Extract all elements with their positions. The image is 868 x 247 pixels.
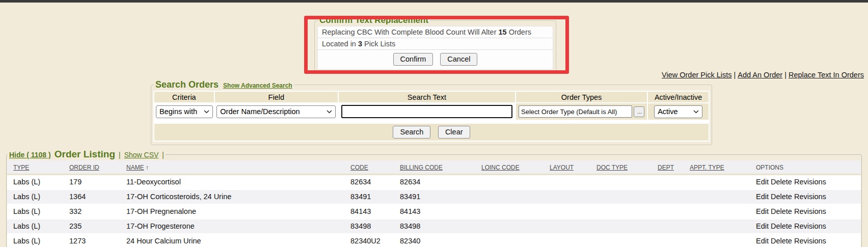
confirm-message-line-1: Replacing CBC With Complete Blood Count … xyxy=(318,26,553,38)
search-text-header: Search Text xyxy=(339,92,515,102)
code-cell: 82634 xyxy=(344,175,394,190)
sort-appt-type-header[interactable]: APPT. TYPE xyxy=(690,164,724,171)
loinc-code-cell xyxy=(475,204,544,219)
delete-link[interactable]: Delete xyxy=(771,237,792,245)
billing-code-cell: 82340 xyxy=(394,234,475,247)
billing-code-cell: 83498 xyxy=(394,219,475,234)
clear-button[interactable]: Clear xyxy=(438,126,470,139)
search-orders-legend: Search Orders Show Advanced Search xyxy=(154,79,294,90)
replace-text-in-orders-link[interactable]: Replace Text In Orders xyxy=(789,71,864,79)
dept-cell xyxy=(652,175,684,190)
sort-layout-header[interactable]: LAYOUT xyxy=(550,164,574,171)
doc-type-cell xyxy=(590,204,652,219)
order-type-input[interactable] xyxy=(519,105,632,118)
loinc-code-cell xyxy=(475,189,544,204)
sort-doc-type-header[interactable]: DOC TYPE xyxy=(596,164,628,171)
layout-cell xyxy=(544,204,590,219)
sort-name-header[interactable]: NAME xyxy=(126,164,144,171)
table-row: Labs (L) 179 11-Deoxycortisol 82634 8263… xyxy=(7,175,861,190)
options-cell: EditDeleteRevisions xyxy=(750,234,861,247)
revisions-link[interactable]: Revisions xyxy=(794,178,826,186)
table-row: Labs (L) 235 17-OH Progesterone 83498 83… xyxy=(7,219,861,234)
order-type-cell: Labs (L) xyxy=(7,189,63,204)
confirm-dialog: Confirm Text Replacement Replacing CBC W… xyxy=(314,15,556,73)
delete-link[interactable]: Delete xyxy=(771,193,792,201)
show-csv-link[interactable]: Show CSV xyxy=(124,151,159,159)
search-text-input[interactable] xyxy=(341,105,513,118)
edit-link[interactable]: Edit xyxy=(756,193,769,201)
dept-cell xyxy=(652,219,684,234)
delete-link[interactable]: Delete xyxy=(771,222,792,230)
browse-order-types-button[interactable]: ... xyxy=(634,106,644,117)
edit-link[interactable]: Edit xyxy=(756,237,769,245)
add-an-order-link[interactable]: Add An Order xyxy=(738,71,782,79)
options-cell: EditDeleteRevisions xyxy=(750,219,861,234)
sort-type-header[interactable]: TYPE xyxy=(13,164,29,171)
criteria-header: Criteria xyxy=(154,92,214,102)
delete-link[interactable]: Delete xyxy=(771,207,792,215)
revisions-link[interactable]: Revisions xyxy=(794,237,826,245)
options-cell: EditDeleteRevisions xyxy=(750,175,861,190)
code-cell: 82340U2 xyxy=(344,234,394,247)
order-listing-title: Order Listing xyxy=(55,149,115,160)
cancel-button[interactable]: Cancel xyxy=(440,53,477,66)
edit-link[interactable]: Edit xyxy=(756,207,769,215)
revisions-link[interactable]: Revisions xyxy=(794,193,826,201)
located-message-text: Located in xyxy=(322,40,356,48)
link-separator: | xyxy=(784,71,786,79)
confirm-dialog-body: Replacing CBC With Complete Blood Count … xyxy=(317,26,553,70)
revisions-link[interactable]: Revisions xyxy=(794,222,826,230)
sort-order-id-header[interactable]: ORDER ID xyxy=(69,164,99,171)
edit-link[interactable]: Edit xyxy=(756,178,769,186)
search-orders-panel: Search Orders Show Advanced Search Crite… xyxy=(151,79,712,145)
dept-cell xyxy=(652,204,684,219)
confirm-dialog-title: Confirm Text Replacement xyxy=(318,15,430,25)
table-row: Labs (L) 332 17-OH Pregnenalone 84143 84… xyxy=(7,204,861,219)
sort-code-header[interactable]: CODE xyxy=(350,164,368,171)
layout-cell xyxy=(544,234,590,247)
sort-loinc-code-header[interactable]: LOINC CODE xyxy=(481,164,520,171)
order-type-cell: Labs (L) xyxy=(7,175,63,190)
order-type-cell: Labs (L) xyxy=(7,234,63,247)
replace-message-text: Replacing CBC With Complete Blood Count … xyxy=(322,28,497,36)
order-id-cell: 235 xyxy=(63,219,120,234)
confirm-button[interactable]: Confirm xyxy=(393,53,433,66)
delete-link[interactable]: Delete xyxy=(771,178,792,186)
active-inactive-select[interactable]: Active xyxy=(654,105,702,118)
confirm-dialog-actions: Confirm Cancel xyxy=(318,50,553,69)
loinc-code-cell xyxy=(475,219,544,234)
show-advanced-search-link[interactable]: Show Advanced Search xyxy=(223,82,292,89)
field-selected-value: Order Name/Description xyxy=(220,107,300,116)
search-button[interactable]: Search xyxy=(393,126,430,139)
order-listing-panel: Hide ( 1108 ) Order Listing | Show CSV |… xyxy=(6,149,862,247)
order-id-cell: 1273 xyxy=(63,234,120,247)
loinc-code-cell xyxy=(475,175,544,190)
appt-type-cell xyxy=(684,204,750,219)
order-name-cell: 24 Hour Calcium Urine xyxy=(120,234,344,247)
dept-cell xyxy=(652,189,684,204)
doc-type-cell xyxy=(590,219,652,234)
confirm-message-line-2: Located in 3 Pick Lists xyxy=(318,38,553,50)
appt-type-cell xyxy=(684,175,750,190)
code-cell: 84143 xyxy=(344,204,394,219)
link-separator: | xyxy=(734,71,736,79)
revisions-link[interactable]: Revisions xyxy=(794,207,826,215)
field-select[interactable]: Order Name/Description xyxy=(216,105,336,118)
criteria-select[interactable]: Begins with xyxy=(156,105,213,118)
sort-dept-header[interactable]: DEPT xyxy=(658,164,674,171)
edit-link[interactable]: Edit xyxy=(756,222,769,230)
doc-type-cell xyxy=(590,234,652,247)
options-cell: EditDeleteRevisions xyxy=(750,204,861,219)
pick-lists-count: 3 xyxy=(358,40,362,48)
loinc-code-cell xyxy=(475,234,544,247)
options-cell: EditDeleteRevisions xyxy=(750,189,861,204)
appt-type-cell xyxy=(684,234,750,247)
listing-header-row: TYPE ORDER ID NAME↑ CODE BILLING CODE LO… xyxy=(7,160,861,175)
order-type-cell: Labs (L) xyxy=(7,204,63,219)
field-header: Field xyxy=(215,92,338,102)
view-order-pick-lists-link[interactable]: View Order Pick Lists xyxy=(662,71,732,79)
hide-listing-link[interactable]: Hide ( 1108 ) xyxy=(9,151,51,159)
csv-separator: | xyxy=(162,151,164,159)
billing-code-cell: 83491 xyxy=(394,189,475,204)
sort-billing-code-header[interactable]: BILLING CODE xyxy=(400,164,443,171)
